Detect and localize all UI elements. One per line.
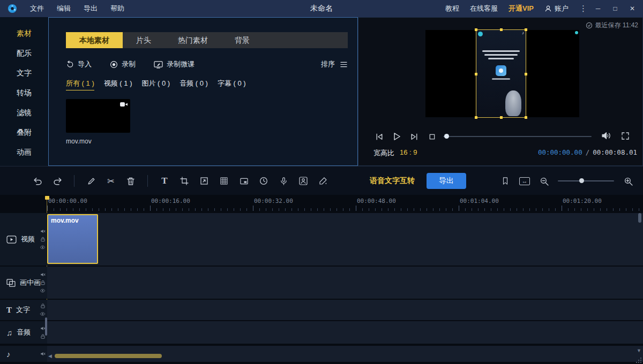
lock-icon[interactable] bbox=[40, 304, 46, 309]
playhead-handle[interactable] bbox=[45, 196, 49, 200]
filter-audio[interactable]: 音频 ( 0 ) bbox=[180, 79, 208, 90]
zoom-slider-handle[interactable] bbox=[579, 178, 584, 183]
resize-handle[interactable] bbox=[525, 116, 527, 119]
vip-link[interactable]: 开通VIP bbox=[509, 4, 534, 13]
sidebar-item-transition[interactable]: 转场 bbox=[0, 83, 48, 103]
export-button[interactable]: 导出 bbox=[427, 173, 466, 189]
record-course-button[interactable]: 录制微课 bbox=[154, 59, 195, 69]
resize-handle[interactable] bbox=[475, 73, 477, 75]
tab-intro[interactable]: 片头 bbox=[123, 32, 165, 48]
menu-help[interactable]: 帮助 bbox=[110, 4, 124, 13]
more-menu-icon[interactable]: ⋮ bbox=[579, 4, 587, 13]
sidebar-item-material[interactable]: 素材 bbox=[0, 24, 48, 43]
visibility-eye-icon[interactable] bbox=[40, 312, 46, 317]
material-tabs: 本地素材 片头 热门素材 背景 bbox=[66, 32, 348, 48]
vertical-scrollbar-thumb[interactable] bbox=[638, 213, 641, 223]
cut-scissors-icon[interactable]: ✂ bbox=[106, 175, 116, 187]
aspect-ratio-label: 宽高比 bbox=[373, 148, 394, 158]
account-button[interactable]: 账户 bbox=[544, 4, 569, 13]
import-button[interactable]: 导入 bbox=[66, 59, 92, 69]
redo-icon[interactable] bbox=[52, 175, 63, 187]
next-frame-button[interactable] bbox=[409, 131, 420, 142]
tab-local-material[interactable]: 本地素材 bbox=[66, 32, 123, 48]
aspect-ratio-value[interactable]: 16 : 9 bbox=[400, 148, 417, 158]
track-video-lane[interactable]: mov.mov bbox=[47, 213, 643, 266]
fit-timeline-icon[interactable]: ↔ bbox=[519, 177, 530, 185]
duration-clock-icon[interactable] bbox=[258, 175, 269, 187]
volume-icon[interactable] bbox=[601, 131, 611, 140]
stop-button[interactable] bbox=[427, 131, 437, 142]
zoom-in-icon[interactable] bbox=[623, 175, 633, 187]
pip-frame-icon[interactable] bbox=[238, 175, 249, 187]
mute-icon[interactable] bbox=[40, 229, 46, 234]
delete-trash-icon[interactable] bbox=[125, 175, 136, 187]
filter-image[interactable]: 图片 ( 0 ) bbox=[141, 79, 170, 90]
sidebar-item-filter[interactable]: 滤镜 bbox=[0, 103, 48, 123]
timeline-clip[interactable]: mov.mov bbox=[47, 214, 98, 264]
seek-bar[interactable] bbox=[443, 136, 592, 137]
undo-icon[interactable] bbox=[32, 175, 43, 187]
resize-handle[interactable] bbox=[525, 73, 527, 75]
fill-brush-icon[interactable] bbox=[318, 175, 328, 187]
voiceover-mic-icon[interactable] bbox=[278, 175, 289, 187]
scroll-down-arrow[interactable]: ▼ bbox=[637, 348, 641, 353]
menu-edit[interactable]: 编辑 bbox=[57, 4, 71, 13]
timeline-ruler[interactable]: 00:00:00.00 00:00:16.00 00:00:32.00 00:0… bbox=[0, 195, 643, 212]
timeline-zoom-slider[interactable] bbox=[558, 180, 614, 181]
mosaic-icon[interactable] bbox=[219, 175, 229, 187]
media-thumbnail[interactable] bbox=[66, 99, 130, 133]
horizontal-scrollbar[interactable]: ◀ bbox=[47, 352, 635, 360]
maximize-button[interactable]: □ bbox=[607, 0, 624, 17]
tab-background[interactable]: 背景 bbox=[221, 32, 263, 48]
marker-flag-icon[interactable] bbox=[500, 175, 511, 187]
tab-hot-material[interactable]: 热门素材 bbox=[165, 32, 221, 48]
mute-icon[interactable] bbox=[40, 272, 46, 277]
rotate-handle[interactable] bbox=[575, 31, 578, 34]
tutorial-link[interactable]: 教程 bbox=[445, 4, 459, 13]
resize-handle[interactable] bbox=[475, 28, 477, 31]
play-button[interactable] bbox=[391, 131, 402, 142]
resize-handle[interactable] bbox=[500, 28, 503, 31]
sort-button[interactable]: 排序 bbox=[321, 59, 348, 69]
track-pip-lane[interactable] bbox=[47, 267, 643, 299]
record-button[interactable]: 录制 bbox=[110, 59, 136, 69]
previous-frame-button[interactable] bbox=[373, 131, 384, 142]
filter-subtitle[interactable]: 字幕 ( 0 ) bbox=[218, 79, 246, 90]
scroll-left-arrow[interactable]: ◀ bbox=[48, 353, 52, 359]
horizontal-scrollbar-thumb[interactable] bbox=[55, 354, 162, 358]
resize-handle[interactable] bbox=[475, 116, 477, 119]
zoom-out-icon[interactable] bbox=[539, 175, 549, 187]
mute-icon[interactable] bbox=[40, 351, 46, 357]
track-audio-lane[interactable] bbox=[47, 321, 643, 344]
menu-file[interactable]: 文件 bbox=[30, 4, 44, 13]
speech-text-convert-button[interactable]: 语音文字互转 bbox=[370, 176, 415, 186]
resize-handle[interactable] bbox=[525, 28, 527, 31]
portrait-matting-icon[interactable] bbox=[298, 175, 309, 187]
visibility-eye-icon[interactable] bbox=[40, 245, 46, 250]
crop-icon[interactable] bbox=[179, 175, 190, 187]
video-avatar-dot bbox=[478, 32, 483, 36]
close-button[interactable]: ✕ bbox=[624, 0, 641, 17]
support-link[interactable]: 在线客服 bbox=[470, 4, 498, 13]
text-tool-icon[interactable]: T bbox=[159, 175, 170, 187]
transform-scale-icon[interactable] bbox=[199, 175, 210, 187]
edit-pencil-icon[interactable] bbox=[86, 175, 96, 187]
track-scrollbar-thumb[interactable] bbox=[45, 317, 47, 336]
filter-video[interactable]: 视频 ( 1 ) bbox=[104, 79, 132, 90]
track-text-lane[interactable] bbox=[47, 300, 643, 320]
filter-all[interactable]: 所有 ( 1 ) bbox=[66, 79, 94, 90]
lock-icon[interactable] bbox=[40, 280, 46, 285]
resize-handle[interactable] bbox=[500, 116, 503, 119]
sidebar-item-music[interactable]: 配乐 bbox=[0, 43, 48, 63]
sidebar-item-text[interactable]: 文字 bbox=[0, 63, 48, 83]
menu-export[interactable]: 导出 bbox=[84, 4, 98, 13]
sidebar-item-overlay[interactable]: 叠附 bbox=[0, 123, 48, 142]
resize-grip[interactable] bbox=[635, 357, 642, 363]
fullscreen-icon[interactable] bbox=[621, 132, 630, 140]
sidebar-item-animation[interactable]: 动画 bbox=[0, 142, 48, 162]
minimize-button[interactable]: ─ bbox=[589, 0, 607, 17]
lock-icon[interactable] bbox=[40, 237, 46, 242]
visibility-eye-icon[interactable] bbox=[40, 288, 46, 293]
preview-video-clip[interactable]: ♪ bbox=[476, 30, 526, 117]
seek-handle[interactable] bbox=[444, 134, 449, 139]
